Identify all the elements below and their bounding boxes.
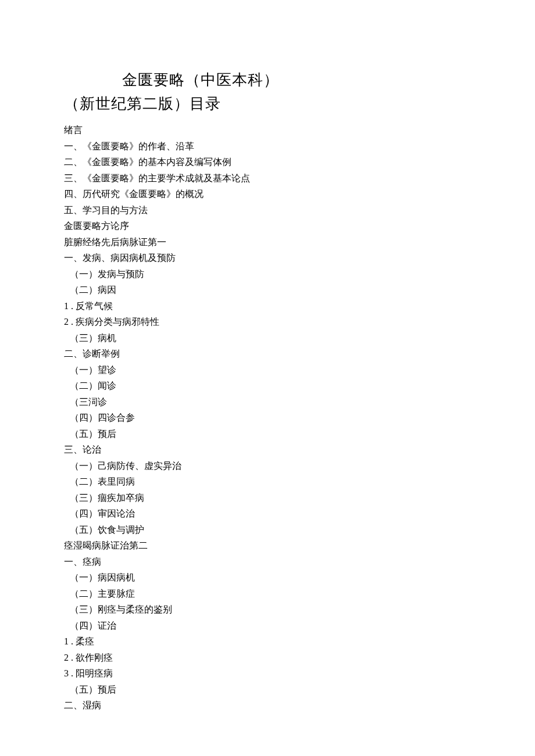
toc-entry: 2 . 欲作刚痉: [64, 650, 471, 666]
toc-entry: （一）望诊: [70, 362, 471, 378]
toc-container: 绪言一、《金匮要略》的作者、沿革二、《金匮要略》的基本内容及编写体例三、《金匮要…: [64, 122, 471, 714]
toc-entry: （五）预后: [70, 426, 471, 442]
toc-entry: （二）主要脉症: [70, 586, 471, 602]
toc-entry: 绪言: [64, 122, 471, 138]
toc-entry: 1 . 柔痉: [64, 633, 471, 650]
toc-entry: 五、学习目的与方法: [64, 202, 471, 218]
toc-entry: 3 . 阳明痉病: [64, 665, 471, 682]
toc-entry: 2 . 疾病分类与病邪特性: [64, 314, 471, 330]
toc-entry: （三）病机: [70, 330, 471, 346]
toc-entry: （三）痼疾加卒病: [70, 490, 471, 506]
toc-entry: （一）发病与预防: [70, 266, 471, 282]
toc-entry: 一、《金匮要略》的作者、沿革: [64, 138, 471, 155]
document-page: 金匮要略（中医本科） （新世纪第二版）目录 绪言一、《金匮要略》的作者、沿革二、…: [0, 0, 535, 748]
toc-entry: 二、诊断举例: [64, 346, 471, 362]
title-line-1: 金匮要略（中医本科）: [122, 70, 471, 90]
toc-entry: （五）饮食与调护: [70, 522, 471, 538]
toc-entry: 脏腑经络先后病脉证第一: [64, 234, 471, 250]
toc-entry: （四）四诊合参: [70, 410, 471, 426]
toc-entry: （五）预后: [70, 682, 471, 698]
toc-entry: （一）病因病机: [70, 569, 471, 586]
toc-entry: （三）刚痉与柔痉的鉴别: [70, 601, 471, 618]
toc-entry: （四）审因论治: [70, 506, 471, 522]
toc-entry: 二、《金匮要略》的基本内容及编写体例: [64, 154, 471, 170]
toc-entry: 四、历代研究《金匮要略》的概况: [64, 186, 471, 202]
toc-entry: 一、发病、病因病机及预防: [64, 250, 471, 266]
toc-entry: 痉湿暍病脉证治第二: [64, 538, 471, 554]
toc-entry: 金匮要略方论序: [64, 218, 471, 234]
toc-entry: （二）表里同病: [70, 474, 471, 490]
toc-entry: （三泀诊: [70, 394, 471, 410]
title-line-2: （新世纪第二版）目录: [64, 94, 471, 114]
toc-entry: （四）证治: [70, 618, 471, 634]
toc-entry: 1 . 反常气候: [64, 298, 471, 314]
toc-entry: （二）闻诊: [70, 378, 471, 394]
toc-entry: （二）病因: [70, 282, 471, 298]
toc-entry: 三、论治: [64, 442, 471, 458]
toc-entry: 三、《金匮要略》的主要学术成就及基本论点: [64, 170, 471, 187]
toc-entry: （一）己病防传、虚实异治: [70, 458, 471, 474]
toc-entry: 一、痉病: [64, 554, 471, 570]
toc-entry: 二、湿病: [64, 697, 471, 714]
